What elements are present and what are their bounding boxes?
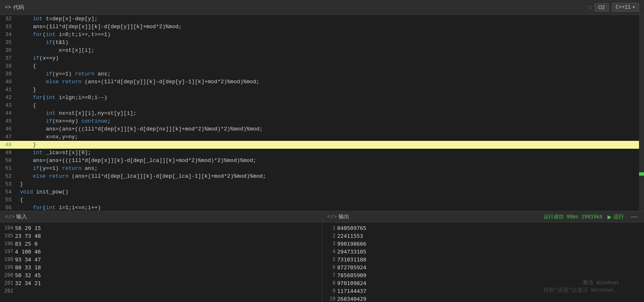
top-bar-left: <> 代码 xyxy=(5,4,24,11)
code-content: for(int i=0;t;i++,t>>=1) xyxy=(17,31,644,39)
line-value: 117144437 xyxy=(337,287,366,295)
table-row: 45 if(nx==ny) continue; xyxy=(0,117,644,125)
table-row: 47 x=nx,y=ny; xyxy=(0,133,644,141)
list-item: 19683 25 6 xyxy=(3,240,319,248)
line-value: 294733105 xyxy=(337,248,366,256)
line-number: 50 xyxy=(0,157,17,164)
table-row: 35 if(t&1) xyxy=(0,39,644,46)
list-item: 19458 29 15 xyxy=(3,224,319,232)
line-number: 43 xyxy=(0,101,17,109)
table-row: 42 for(int i=lgn;i>=0;i--) xyxy=(0,94,644,101)
code-content: } xyxy=(17,141,644,149)
list-item: 19893 34 47 xyxy=(3,256,319,263)
line-number: 36 xyxy=(0,46,17,54)
line-value: 23 73 48 xyxy=(15,232,41,240)
table-row: 53} xyxy=(0,180,644,188)
line-number: 10 xyxy=(326,295,336,302)
output-content[interactable]: 1840509765222411553399019866642947331055… xyxy=(322,222,644,302)
line-number: 37 xyxy=(0,54,17,62)
table-row: 51 if(y==1) return ans; xyxy=(0,164,644,172)
list-item: 6872705924 xyxy=(326,263,641,271)
gutter-bar xyxy=(639,15,644,211)
list-item: 1840509765 xyxy=(326,224,641,232)
line-number: 201 xyxy=(3,279,13,287)
input-panel-header: </> 输入 xyxy=(0,211,322,222)
code-content: for(int i=lgn;i>=0;i--) xyxy=(17,94,644,101)
output-panel-title: </> 输出 xyxy=(327,213,349,220)
list-item: 222411553 xyxy=(326,232,641,240)
list-item: 19980 33 18 xyxy=(3,263,319,271)
line-number: 46 xyxy=(0,125,17,133)
line-value: 268340429 xyxy=(337,295,366,302)
line-number: 1 xyxy=(326,224,336,232)
line-number: 6 xyxy=(326,263,336,271)
list-item: 1974 100 46 xyxy=(3,248,319,256)
table-row: 37 if(x==y) xyxy=(0,54,644,62)
code-content: x=st[x][i]; xyxy=(17,46,644,54)
code-area: 32 int t=dep[x]-dep[y];33 ans=(1ll*d[dep… xyxy=(0,15,644,211)
code-content: int t=dep[x]-dep[y]; xyxy=(17,15,644,23)
bottom-panels: </> 输入 19458 29 1519523 73 4819683 25 61… xyxy=(0,211,644,302)
output-panel-header: </> 输出 运行成功 99ms 29816kb ▶ 运行 — xyxy=(322,211,644,222)
line-value: 58 29 15 xyxy=(15,224,41,232)
run-button[interactable]: ▶ 运行 xyxy=(607,213,624,220)
input-content[interactable]: 19458 29 1519523 73 4819683 25 61974 100… xyxy=(0,222,322,302)
code-table: 32 int t=dep[x]-dep[y];33 ans=(1ll*d[dep… xyxy=(0,15,644,211)
code-content: } xyxy=(17,180,644,188)
table-row: 44 int nx=st[x][i],ny=st[y][i]; xyxy=(0,109,644,117)
line-number: 202 xyxy=(3,287,13,295)
list-item: 19523 73 48 xyxy=(3,232,319,240)
table-row: 40 else return (ans+(1ll*d[dep[y]][k]-d[… xyxy=(0,78,644,86)
line-number: 45 xyxy=(0,117,17,125)
table-row: 48 } xyxy=(0,141,644,149)
code-content: else return (ans+(1ll*d[dep[_lca]][k]-d[… xyxy=(17,172,644,180)
list-item: 202 xyxy=(3,287,319,295)
lang-select[interactable]: C++11 ▾ xyxy=(612,3,639,12)
table-row: 56 for(int i=1;i<=n;i++) xyxy=(0,204,644,211)
line-number: 53 xyxy=(0,180,17,188)
code-content: } xyxy=(17,86,644,94)
code-content: ans=(ans+(((1ll*d[dep[x]][k]-d[dep[_lca]… xyxy=(17,157,644,164)
line-value: 93 34 47 xyxy=(15,256,41,263)
top-bar-title: 代码 xyxy=(13,4,24,11)
line-number: 35 xyxy=(0,39,17,46)
line-number: 9 xyxy=(326,287,336,295)
line-value: 50 32 45 xyxy=(15,271,41,279)
input-icon: </> xyxy=(5,214,15,220)
line-number: 38 xyxy=(0,62,17,70)
code-content: x=nx,y=ny; xyxy=(17,133,644,141)
code-icon: <> xyxy=(5,5,11,10)
line-number: 48 xyxy=(0,141,17,149)
line-number: 3 xyxy=(326,240,336,248)
line-number: 196 xyxy=(3,240,13,248)
code-scroll[interactable]: 32 int t=dep[x]-dep[y];33 ans=(1ll*d[dep… xyxy=(0,15,644,211)
code-content: void init_pow() xyxy=(17,188,644,196)
collapse-button[interactable]: — xyxy=(629,213,639,220)
line-number: 4 xyxy=(326,248,336,256)
line-number: 8 xyxy=(326,279,336,287)
top-bar: <> 代码 □ O2 C++11 ▾ xyxy=(0,0,644,15)
line-number: 52 xyxy=(0,172,17,180)
compile-opt-button[interactable]: O2 xyxy=(595,3,609,12)
line-value: 83 25 6 xyxy=(15,240,38,248)
code-content: int nx=st[x][i],ny=st[y][i]; xyxy=(17,109,644,117)
gutter-indicator xyxy=(639,172,644,176)
line-number: 51 xyxy=(0,164,17,172)
line-value: 990198666 xyxy=(337,240,366,248)
line-number: 32 xyxy=(0,15,17,23)
line-value: 22411553 xyxy=(337,232,363,240)
table-row: 34 for(int i=0;t;i++,t>>=1) xyxy=(0,31,644,39)
line-number: 55 xyxy=(0,196,17,204)
code-content: if(nx==ny) continue; xyxy=(17,117,644,125)
list-item: 10268340429 xyxy=(326,295,641,302)
line-value: 731031188 xyxy=(337,256,366,263)
table-row: 55{ xyxy=(0,196,644,204)
table-row: 43 { xyxy=(0,101,644,109)
code-content: { xyxy=(17,196,644,204)
line-number: 197 xyxy=(3,248,13,256)
line-number: 195 xyxy=(3,232,13,240)
line-number: 56 xyxy=(0,204,17,211)
line-value: 32 34 21 xyxy=(15,279,41,287)
line-number: 198 xyxy=(3,256,13,263)
line-number: 40 xyxy=(0,78,17,86)
